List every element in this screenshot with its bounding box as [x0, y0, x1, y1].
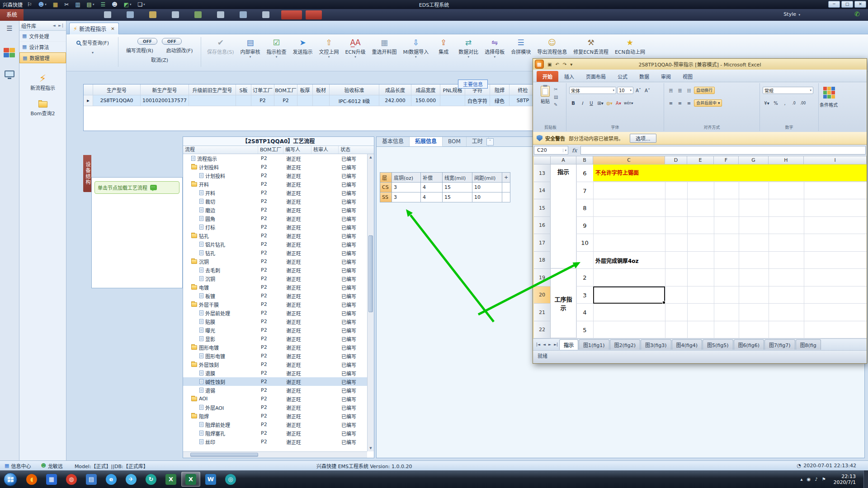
- cell-b-value[interactable]: 6: [576, 164, 593, 182]
- format-painter-icon[interactable]: ✎: [554, 102, 558, 107]
- borders-button[interactable]: ⊞▾: [596, 99, 604, 107]
- col-writer[interactable]: 编写人: [283, 146, 311, 154]
- grow-font-icon[interactable]: Aˆ: [634, 87, 642, 94]
- copper-cell[interactable]: 4: [421, 183, 443, 192]
- tree-row[interactable]: 电镀P2谢正旺已编写: [183, 283, 367, 291]
- font-name-select[interactable]: 宋体▾: [569, 87, 616, 94]
- copper-cell[interactable]: 4: [421, 192, 443, 202]
- taskbar-tool-icon[interactable]: ◎: [221, 472, 240, 487]
- fill-color-button[interactable]: ◍▾: [605, 99, 613, 107]
- column-header-G[interactable]: G: [739, 156, 769, 164]
- tab-new-process-instruction[interactable]: ⚡ 新流程指示 ✕: [69, 23, 119, 34]
- workstation-icon[interactable]: [5, 70, 14, 77]
- cell-c13-note[interactable]: 不允许字符上锡面: [593, 164, 867, 182]
- column-header-A[interactable]: A: [551, 156, 576, 164]
- menubar-item[interactable]: [240, 11, 247, 18]
- collapse-panel-icon[interactable]: ˆ: [486, 138, 494, 145]
- tree-row[interactable]: AOIP2谢正旺已编写: [183, 394, 367, 403]
- cell-b-value[interactable]: 7: [576, 182, 593, 199]
- taskbar-sync-icon[interactable]: ↻: [142, 472, 160, 487]
- scissors-icon[interactable]: ✂: [64, 2, 69, 7]
- column-header-B[interactable]: B: [576, 156, 593, 164]
- user2-icon[interactable]: ☻: [112, 2, 118, 7]
- ribbon-button-image[interactable]: ▦重选开料图: [368, 37, 400, 60]
- copper-cell[interactable]: 15: [443, 183, 472, 192]
- tray-icon[interactable]: ⚑: [822, 477, 826, 482]
- excel-tab-审阅[interactable]: 审阅: [655, 71, 677, 82]
- copper-col-header[interactable]: +: [502, 173, 510, 183]
- ribbon-button-repair[interactable]: ⚒修复ECN丢流程: [570, 37, 612, 60]
- ribbon-button-board-select[interactable]: ⇋选择母板▾: [481, 37, 508, 60]
- row-header-17[interactable]: 17: [534, 234, 551, 252]
- taskbar-excel-doc-icon[interactable]: X: [161, 472, 180, 487]
- scroll-up-icon[interactable]: ▲: [368, 154, 374, 160]
- taskbar-excel-icon[interactable]: X: [181, 472, 200, 487]
- quick-access-caret-icon[interactable]: ▾: [570, 62, 572, 67]
- name-box[interactable]: C20▾: [534, 146, 568, 155]
- tab-close-icon[interactable]: ✕: [111, 26, 114, 31]
- tree-row[interactable]: 计划投料P2谢正旺已编写: [183, 163, 367, 171]
- tree-row[interactable]: 碱性蚀刻P2谢正旺已编写: [183, 377, 367, 386]
- copy-icon[interactable]: ▤: [554, 94, 558, 99]
- menubar-item[interactable]: [104, 11, 111, 18]
- table-column-header[interactable]: 生产型号: [93, 84, 141, 95]
- col-status[interactable]: 状态: [339, 146, 358, 154]
- taskbar-save-icon[interactable]: ▦: [42, 472, 61, 487]
- ribbon-button-printer[interactable]: ▤内部审核▾: [237, 37, 264, 60]
- tree-row[interactable]: 计划投料P2谢正旺已编写: [183, 171, 367, 180]
- sheet-nav-icon[interactable]: ►|: [552, 343, 559, 347]
- menubar-item[interactable]: [172, 11, 179, 18]
- cell-b-value[interactable]: 3: [576, 286, 593, 304]
- chevron-down-icon[interactable]: ▾: [415, 55, 417, 59]
- table-column-header[interactable]: 订单工厂: [251, 84, 274, 95]
- scroll-down-icon[interactable]: ▼: [368, 445, 374, 451]
- row-header-20[interactable]: 20: [534, 286, 551, 304]
- table-cell[interactable]: 242.000: [379, 95, 411, 106]
- table-column-header[interactable]: 板材: [313, 84, 330, 95]
- column-header-D[interactable]: D: [665, 156, 687, 164]
- tab-拓展信息[interactable]: 拓展信息: [410, 137, 443, 146]
- tray-icon[interactable]: ♪: [815, 477, 817, 482]
- tree-row[interactable]: 退锡P2谢正旺已编写: [183, 386, 367, 394]
- tray-icon[interactable]: ◉: [807, 477, 811, 482]
- copper-cell[interactable]: CS: [380, 183, 392, 192]
- number-format-select[interactable]: 常规▾: [763, 87, 813, 94]
- column-header-F[interactable]: F: [714, 156, 739, 164]
- cell-b-value[interactable]: 2: [576, 269, 593, 286]
- tree-row[interactable]: 沉铜P2谢正旺已编写: [183, 257, 367, 266]
- ribbon-button-star[interactable]: ★ECN自动上网: [612, 37, 648, 60]
- table-column-header[interactable]: 板厚: [297, 84, 313, 95]
- device-structure-tab[interactable]: 设备结构: [83, 155, 91, 192]
- row-header-15[interactable]: 15: [534, 199, 551, 217]
- wrap-text-button[interactable]: 自动换行: [694, 87, 715, 94]
- building-icon[interactable]: ▥: [75, 2, 80, 7]
- sidebar-item[interactable]: ▦数据管理: [19, 52, 66, 63]
- align-center-icon[interactable]: ≡: [676, 99, 684, 107]
- sheet-tab-图7(fig7)[interactable]: 图7(fig7): [764, 339, 795, 350]
- copper-cell[interactable]: 10: [472, 183, 502, 192]
- align-right-icon[interactable]: ≡: [685, 99, 693, 107]
- excel-tab-公式[interactable]: 公式: [612, 71, 633, 82]
- tree-row[interactable]: 钻孔P2谢正旺已编写: [183, 231, 367, 240]
- formula-input[interactable]: [580, 146, 866, 155]
- table-cell[interactable]: 10010200137577: [141, 95, 189, 106]
- table-cell[interactable]: P2: [251, 95, 274, 106]
- cell-b-value[interactable]: 8: [576, 199, 593, 216]
- system-tab[interactable]: 系统: [0, 9, 24, 21]
- row-header-18[interactable]: 18: [534, 252, 551, 269]
- tree-row[interactable]: 开料P2谢正旺已编写: [183, 180, 367, 188]
- menubar-item[interactable]: [217, 11, 224, 18]
- copper-cell[interactable]: 15: [443, 192, 472, 202]
- sheet-tab-图3(fig3)[interactable]: 图3(fig3): [641, 339, 671, 350]
- tree-row[interactable]: 阻焊前处理P2谢正旺已编写: [183, 420, 367, 429]
- menubar-alert-chip[interactable]: [281, 10, 302, 19]
- sheet-tab-图4(fig4)[interactable]: 图4(fig4): [672, 339, 703, 350]
- cell-c18-note[interactable]: 外层完成铜厚4oz: [593, 252, 867, 269]
- chevron-down-icon[interactable]: ▾: [467, 55, 469, 59]
- tree-row[interactable]: 磨边P2谢正旺已编写: [183, 206, 367, 214]
- tree-row[interactable]: 外层前处理P2谢正旺已编写: [183, 309, 367, 317]
- show-desktop-button[interactable]: [863, 470, 868, 488]
- copper-cell[interactable]: 3: [392, 192, 421, 202]
- excel-tab-页面布局[interactable]: 页面布局: [580, 71, 612, 82]
- window-icon[interactable]: ❏▾: [138, 2, 145, 7]
